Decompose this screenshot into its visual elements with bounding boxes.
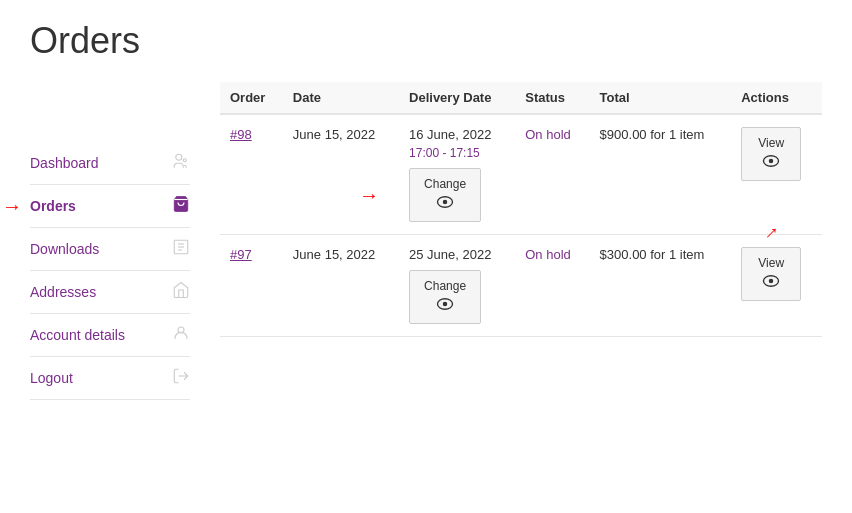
change-btn-wrapper-2: Change xyxy=(409,270,505,324)
order-actions-1: → View xyxy=(731,114,822,235)
sidebar-item-logout[interactable]: Logout xyxy=(30,357,190,400)
page-title: Orders xyxy=(30,20,822,62)
status-label-1: On hold xyxy=(525,127,571,142)
delivery-date-1: 16 June, 2022 xyxy=(409,127,505,142)
sidebar: Dashboard Orders → Downloads A xyxy=(30,82,210,400)
change-label-2: Change xyxy=(424,279,466,293)
order-total-1: $900.00 for 1 item xyxy=(590,114,732,235)
view-button-1[interactable]: View xyxy=(741,127,801,181)
sidebar-item-addresses[interactable]: Addresses xyxy=(30,271,190,314)
order-delivery-1: 16 June, 2022 17:00 - 17:15 → Change xyxy=(399,114,515,235)
col-delivery-date: Delivery Date xyxy=(399,82,515,114)
orders-icon xyxy=(172,195,190,217)
change-label-1: Change xyxy=(424,177,466,191)
svg-point-1 xyxy=(183,159,186,162)
table-row: #97 June 15, 2022 25 June, 2022 Change xyxy=(220,235,822,337)
eye-icon-change-2 xyxy=(436,297,454,315)
sidebar-label-orders: Orders xyxy=(30,198,76,214)
order-link-1[interactable]: #98 xyxy=(230,127,252,142)
svg-point-14 xyxy=(443,302,448,307)
col-total: Total xyxy=(590,82,732,114)
sidebar-label-account-details: Account details xyxy=(30,327,125,343)
order-total-2: $300.00 for 1 item xyxy=(590,235,732,337)
order-date-2: June 15, 2022 xyxy=(283,235,399,337)
order-actions-2: View xyxy=(731,235,822,337)
sidebar-item-downloads[interactable]: Downloads xyxy=(30,228,190,271)
sidebar-label-dashboard: Dashboard xyxy=(30,155,99,171)
change-button-2[interactable]: Change xyxy=(409,270,481,324)
change-button-1[interactable]: Change xyxy=(409,168,481,222)
order-date-1: June 15, 2022 xyxy=(283,114,399,235)
order-status-1: On hold xyxy=(515,114,589,235)
sidebar-item-dashboard[interactable]: Dashboard xyxy=(30,142,190,185)
view-label-1: View xyxy=(758,136,784,150)
col-status: Status xyxy=(515,82,589,114)
sidebar-label-logout: Logout xyxy=(30,370,73,386)
table-header-row: Order Date Delivery Date Status Total Ac… xyxy=(220,82,822,114)
sidebar-item-account-details[interactable]: Account details xyxy=(30,314,190,357)
eye-icon-change-1 xyxy=(436,195,454,213)
sidebar-label-addresses: Addresses xyxy=(30,284,96,300)
eye-icon-view-1 xyxy=(762,154,780,172)
status-label-2: On hold xyxy=(525,247,571,262)
col-date: Date xyxy=(283,82,399,114)
col-actions: Actions xyxy=(731,82,822,114)
order-num-1: #98 xyxy=(220,114,283,235)
eye-icon-view-2 xyxy=(762,274,780,292)
orders-table: Order Date Delivery Date Status Total Ac… xyxy=(220,82,822,337)
view-button-2[interactable]: View xyxy=(741,247,801,301)
svg-point-16 xyxy=(769,279,774,284)
arrow-change-1: → xyxy=(359,184,379,207)
svg-point-10 xyxy=(443,200,448,205)
change-btn-wrapper-1: → Change xyxy=(409,168,505,222)
arrow-orders: → xyxy=(2,195,22,218)
account-icon xyxy=(172,324,190,346)
sidebar-label-downloads: Downloads xyxy=(30,241,99,257)
svg-point-0 xyxy=(176,154,182,160)
main-content: Order Date Delivery Date Status Total Ac… xyxy=(210,82,822,400)
delivery-date-2: 25 June, 2022 xyxy=(409,247,505,262)
dashboard-icon xyxy=(172,152,190,174)
view-label-2: View xyxy=(758,256,784,270)
sidebar-item-orders[interactable]: Orders → xyxy=(30,185,190,228)
order-delivery-2: 25 June, 2022 Change xyxy=(399,235,515,337)
order-status-2: On hold xyxy=(515,235,589,337)
downloads-icon xyxy=(172,238,190,260)
col-order: Order xyxy=(220,82,283,114)
order-num-2: #97 xyxy=(220,235,283,337)
table-row: #98 June 15, 2022 16 June, 2022 17:00 - … xyxy=(220,114,822,235)
delivery-time-1: 17:00 - 17:15 xyxy=(409,146,505,160)
order-link-2[interactable]: #97 xyxy=(230,247,252,262)
page-wrapper: Orders Dashboard Orders → Downloads xyxy=(0,0,852,420)
logout-icon xyxy=(172,367,190,389)
svg-point-12 xyxy=(769,159,774,164)
content-area: Dashboard Orders → Downloads A xyxy=(30,82,822,400)
addresses-icon xyxy=(172,281,190,303)
